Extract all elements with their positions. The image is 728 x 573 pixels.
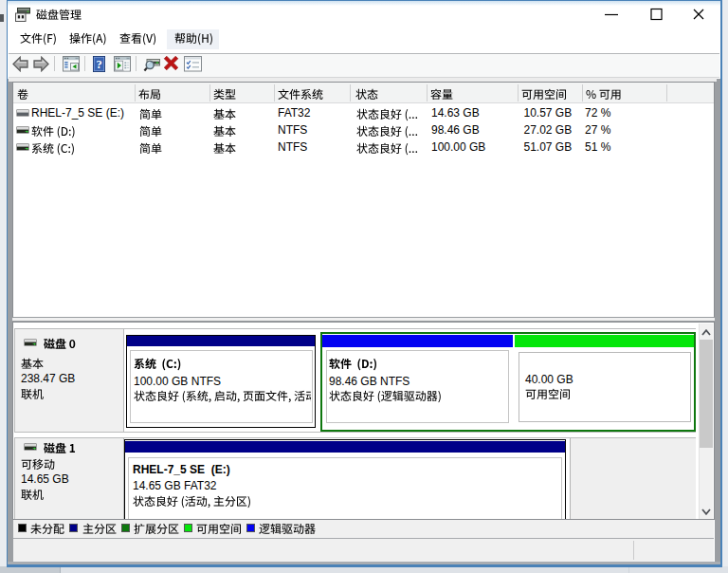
svg-text:?: ? [96, 58, 101, 71]
